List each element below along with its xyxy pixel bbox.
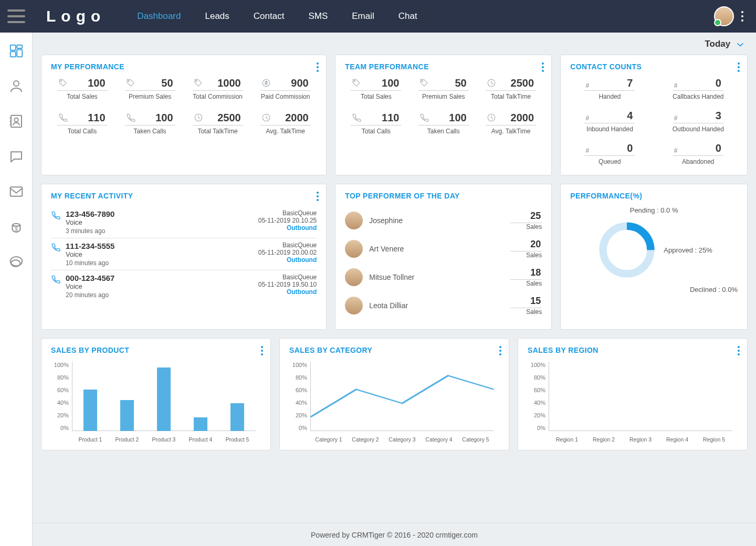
nav-chat[interactable]: Chat (398, 11, 417, 22)
nav-leads[interactable]: Leads (205, 11, 229, 22)
topbar-menu-icon[interactable] (741, 11, 743, 22)
nav-dashboard[interactable]: Dashboard (137, 11, 181, 22)
hamburger-icon[interactable] (7, 9, 25, 23)
logo: Logo (46, 7, 106, 25)
main-nav: Dashboard Leads Contact SMS Email Chat (137, 11, 417, 22)
nav-sms[interactable]: SMS (308, 11, 328, 22)
nav-contact[interactable]: Contact (254, 11, 285, 22)
topbar: Logo Dashboard Leads Contact SMS Email C… (0, 0, 756, 33)
nav-email[interactable]: Email (352, 11, 374, 22)
user-avatar[interactable] (714, 6, 734, 26)
